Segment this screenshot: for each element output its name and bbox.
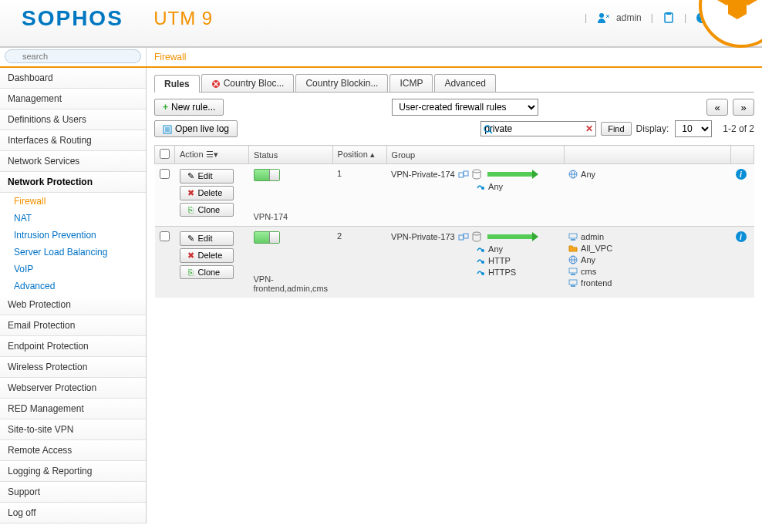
delete-button[interactable]: ✖Delete xyxy=(180,186,234,200)
sidebar-item-definitions-users[interactable]: Definitions & Users xyxy=(0,109,146,130)
page-next-button[interactable]: » xyxy=(733,99,754,116)
sidebar-item-endpoint-protection[interactable]: Endpoint Protection xyxy=(0,336,146,357)
sidebar-subitem-nat[interactable]: NAT xyxy=(0,210,146,227)
service-label: HTTPS xyxy=(488,268,516,277)
svg-point-26 xyxy=(473,170,480,173)
rule-filter-select[interactable]: User-created firewall rules xyxy=(392,99,538,116)
tab-country-blockin-[interactable]: Country Blockin... xyxy=(295,74,388,92)
db-icon xyxy=(472,231,481,242)
col-action[interactable]: Action xyxy=(180,150,204,159)
svg-rect-44 xyxy=(569,280,577,285)
edit-button[interactable]: ✎Edit xyxy=(180,231,234,246)
header-username[interactable]: admin xyxy=(616,12,642,23)
service-icon xyxy=(476,255,485,265)
blocked-icon xyxy=(211,78,221,89)
open-log-label: Open live log xyxy=(175,123,229,134)
sidebar-item-network-services[interactable]: Network Services xyxy=(0,151,146,172)
new-rule-label: New rule... xyxy=(171,102,215,113)
sidebar-item-red-management[interactable]: RED Management xyxy=(0,399,146,419)
find-button[interactable]: Find xyxy=(601,122,631,136)
svg-rect-42 xyxy=(569,268,577,273)
svg-point-22 xyxy=(484,126,491,132)
page-prev-button[interactable]: « xyxy=(706,99,728,116)
db-icon xyxy=(472,169,481,180)
sidebar-item-webserver-protection[interactable]: Webserver Protection xyxy=(0,378,146,399)
new-rule-button[interactable]: + New rule... xyxy=(154,99,224,116)
rule-search-input[interactable] xyxy=(480,121,596,136)
svg-point-27 xyxy=(481,187,484,190)
corner-emblem xyxy=(669,0,762,56)
sidebar-item-wireless-protection[interactable]: Wireless Protection xyxy=(0,357,146,378)
col-position[interactable]: Position xyxy=(338,150,368,159)
sidebar-subitem-voip[interactable]: VoIP xyxy=(0,261,146,278)
clone-button[interactable]: ⎘Clone xyxy=(180,203,234,217)
edit-button[interactable]: ✎Edit xyxy=(180,169,234,184)
svg-rect-25 xyxy=(464,171,468,176)
sidebar-item-dashboard[interactable]: Dashboard xyxy=(0,68,146,89)
action-menu-icon[interactable]: ☰▾ xyxy=(206,150,218,159)
sidebar-item-remote-access[interactable]: Remote Access xyxy=(0,440,146,461)
open-live-log-button[interactable]: Open live log xyxy=(154,120,238,137)
status-toggle[interactable] xyxy=(254,169,280,181)
svg-point-0 xyxy=(599,13,604,18)
clear-search-icon[interactable]: ✕ xyxy=(585,123,593,134)
row-checkbox[interactable] xyxy=(160,169,170,179)
tab-advanced[interactable]: Advanced xyxy=(434,74,495,92)
svg-rect-24 xyxy=(459,173,464,177)
info-icon[interactable]: i xyxy=(736,231,747,242)
rule-destination: Any xyxy=(568,254,726,264)
svg-point-36 xyxy=(481,272,484,275)
rule-destination: admin xyxy=(568,231,726,241)
tab-label: ICMP xyxy=(400,78,423,89)
delete-icon: ✖ xyxy=(187,251,196,261)
clone-button[interactable]: ⎘Clone xyxy=(180,265,234,279)
svg-line-23 xyxy=(490,131,492,133)
svg-rect-38 xyxy=(571,239,575,241)
sidebar-item-web-protection[interactable]: Web Protection xyxy=(0,295,146,315)
sidebar-item-site-to-site-vpn[interactable]: Site-to-site VPN xyxy=(0,419,146,440)
rule-service: HTTPS xyxy=(391,267,559,277)
network-icon xyxy=(458,232,469,242)
sidebar-item-logging-reporting[interactable]: Logging & Reporting xyxy=(0,461,146,482)
col-group[interactable]: Group xyxy=(392,150,416,160)
tab-rules[interactable]: Rules xyxy=(154,75,200,93)
display-count-select[interactable]: 10 xyxy=(675,120,712,137)
service-icon xyxy=(476,181,485,191)
globe-icon xyxy=(568,254,578,264)
edit-icon: ✎ xyxy=(187,171,196,181)
sidebar-subitem-advanced[interactable]: Advanced xyxy=(0,278,146,295)
sidebar-item-email-protection[interactable]: Email Protection xyxy=(0,315,146,336)
tab-country-bloc-[interactable]: Country Bloc... xyxy=(201,74,295,92)
delete-button[interactable]: ✖Delete xyxy=(180,248,234,263)
tab-icmp[interactable]: ICMP xyxy=(389,74,433,92)
top-header: SOPHOS UTM 9 | admin | | ? xyxy=(0,0,762,48)
rule-destination: frontend xyxy=(568,278,726,288)
row-checkbox[interactable] xyxy=(160,231,170,241)
clone-icon: ⎘ xyxy=(187,205,196,214)
sidebar-item-network-protection[interactable]: Network Protection xyxy=(0,172,146,193)
sidebar-subitem-firewall[interactable]: Firewall xyxy=(0,193,146,210)
service-icon xyxy=(476,267,485,277)
svg-rect-37 xyxy=(569,234,577,238)
sidebar-item-log-off[interactable]: Log off xyxy=(0,503,146,524)
brand-logo: SOPHOS xyxy=(22,6,123,31)
rules-table: Action ☰▾ Status Position ▴ Group ✎Edit✖… xyxy=(154,145,754,298)
col-status[interactable]: Status xyxy=(254,150,278,160)
global-search-input[interactable] xyxy=(5,49,141,63)
status-toggle[interactable] xyxy=(254,231,280,244)
sidebar-item-interfaces-routing[interactable]: Interfaces & Routing xyxy=(0,130,146,151)
service-icon xyxy=(476,244,485,254)
table-row: ✎Edit✖Delete⎘CloneVPN-frontend,admin,cms… xyxy=(155,227,754,298)
source-label: VPN-Private-174 xyxy=(391,170,455,179)
sidebar-subitem-server-load-balancing[interactable]: Server Load Balancing xyxy=(0,244,146,261)
sidebar-subitem-intrusion-prevention[interactable]: Intrusion Prevention xyxy=(0,227,146,244)
delete-icon: ✖ xyxy=(187,188,196,198)
select-all-checkbox[interactable] xyxy=(160,149,170,159)
info-icon[interactable]: i xyxy=(736,169,747,180)
user-icon xyxy=(596,12,610,24)
sidebar-item-management[interactable]: Management xyxy=(0,89,146,109)
sidebar-item-support[interactable]: Support xyxy=(0,482,146,503)
globe-icon xyxy=(568,169,578,179)
sub-bar: Firewall xyxy=(0,48,762,68)
service-label: Any xyxy=(488,244,503,254)
